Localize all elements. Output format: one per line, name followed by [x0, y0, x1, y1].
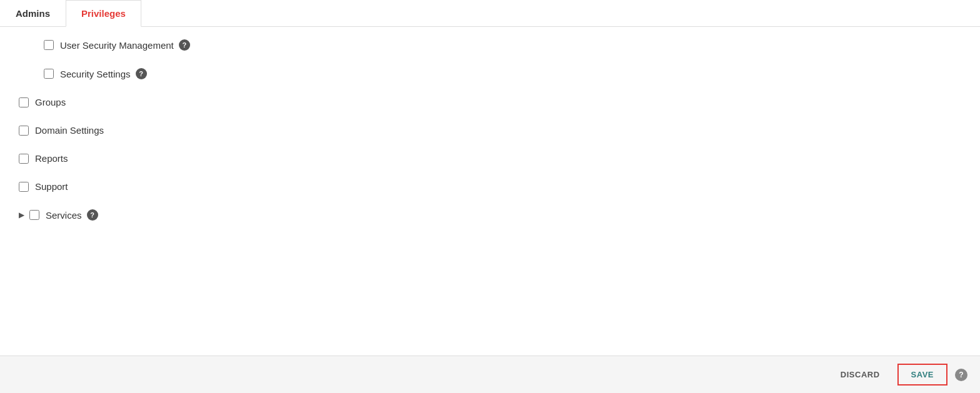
help-icon-user-security-management[interactable]: ?: [179, 39, 190, 51]
checkbox-reports[interactable]: [19, 154, 29, 164]
tab-bar: Admins Privileges: [0, 0, 980, 27]
expand-arrow-services[interactable]: ▶: [19, 211, 24, 219]
tab-admins[interactable]: Admins: [0, 0, 66, 27]
label-security-settings: Security Settings: [60, 69, 131, 79]
label-domain-settings: Domain Settings: [35, 125, 104, 136]
discard-button[interactable]: DISCARD: [831, 365, 890, 384]
checkbox-support[interactable]: [19, 182, 29, 192]
checkbox-user-security-management[interactable]: [44, 40, 54, 50]
privilege-item-groups: Groups: [19, 97, 961, 107]
privilege-item-security-settings: Security Settings?: [44, 68, 961, 79]
checkbox-services[interactable]: [29, 210, 39, 220]
label-groups: Groups: [35, 97, 66, 107]
privilege-item-services: ▶Services?: [19, 209, 961, 221]
label-services: Services: [46, 210, 82, 221]
label-support: Support: [35, 181, 68, 192]
checkbox-security-settings[interactable]: [44, 69, 54, 79]
label-reports: Reports: [35, 153, 68, 164]
label-user-security-management: User Security Management: [60, 40, 174, 51]
content-area: User Security Management?Security Settin…: [0, 27, 980, 356]
privilege-item-reports: Reports: [19, 153, 961, 164]
checkbox-groups[interactable]: [19, 97, 29, 107]
help-icon-services[interactable]: ?: [87, 209, 98, 221]
save-button[interactable]: SAVE: [897, 364, 947, 386]
privilege-item-support: Support: [19, 181, 961, 192]
footer-help-icon[interactable]: ?: [955, 369, 967, 381]
tab-privileges[interactable]: Privileges: [66, 0, 141, 27]
privilege-item-user-security-management: User Security Management?: [44, 39, 961, 51]
privilege-item-domain-settings: Domain Settings: [19, 125, 961, 136]
help-icon-security-settings[interactable]: ?: [136, 68, 147, 79]
footer-bar: DISCARD SAVE ?: [0, 356, 980, 393]
checkbox-domain-settings[interactable]: [19, 126, 29, 136]
